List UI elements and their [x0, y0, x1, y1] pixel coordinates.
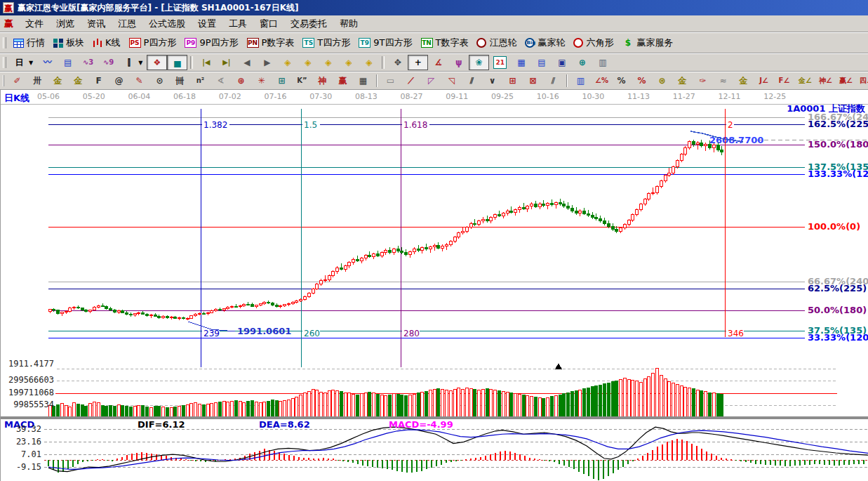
menu-item-7[interactable]: 窗口	[253, 16, 284, 32]
j-angle-icon: J∠	[758, 75, 770, 86]
save-icon[interactable]: ▣	[552, 55, 572, 70]
gann-date-cross-icon[interactable]: ◈	[338, 55, 359, 70]
ruler-grid-icon[interactable]: ▦	[353, 73, 373, 88]
web-grid-icon[interactable]: ⊞	[272, 73, 292, 88]
star-web-icon[interactable]: ✳	[251, 73, 272, 88]
sectors-button[interactable]: 板块	[49, 34, 88, 51]
kline-chart-canvas[interactable]: 166.67%(240)162.5%(225)150.0%(180)137.5%…	[1, 105, 868, 481]
pattern-icon[interactable]: ❖	[147, 55, 167, 70]
f-grid-icon[interactable]: F	[88, 73, 109, 88]
price-scale-icon[interactable]: ▥	[570, 73, 591, 88]
grid-red-icon[interactable]: ⊞	[502, 73, 523, 88]
f-angle-icon[interactable]: F∠	[774, 73, 794, 88]
cycle-circle-icon[interactable]: ⊙	[149, 73, 170, 88]
rising-lines-icon[interactable]: ⫽	[462, 73, 482, 88]
rect-tool-icon[interactable]: ▭	[380, 73, 401, 88]
t-number-table-button[interactable]: TNT数字表	[417, 34, 473, 51]
calendar-icon[interactable]: 21	[489, 54, 511, 71]
gold-line-icon[interactable]: 金	[733, 73, 754, 88]
gold-level-icon[interactable]: 金	[672, 73, 693, 88]
gann-wheel-button[interactable]: 江恩轮	[472, 34, 521, 51]
calculator-icon[interactable]: ▦	[511, 55, 531, 70]
next-bar-icon[interactable]: ▶	[257, 55, 277, 70]
candle-style-combo[interactable]: ⫿▼	[119, 55, 147, 70]
hand-tool-icon[interactable]: ✥	[387, 55, 408, 70]
fan-box-icon[interactable]: ◸	[421, 73, 441, 88]
gann-date-both-icon[interactable]: ◈	[318, 55, 338, 70]
t-square-button[interactable]: TST四方形	[298, 34, 354, 51]
last-bar-icon[interactable]: ▶|	[216, 55, 236, 70]
fan-box2-icon[interactable]: ◹	[441, 73, 462, 88]
menu-item-1[interactable]: 浏览	[50, 16, 81, 32]
wave-overlap-icon[interactable]: ≈	[713, 73, 733, 88]
angle-tool-icon[interactable]: ∡	[428, 55, 448, 70]
grid-red2-icon[interactable]: ⊠	[523, 73, 543, 88]
remote-icon[interactable]: ▥	[592, 55, 613, 70]
gold-grid2-icon[interactable]: 金	[68, 73, 88, 88]
gann-date-all-icon[interactable]: ◈	[359, 55, 379, 70]
spiral-icon[interactable]: @	[109, 73, 129, 88]
p-number-table-button[interactable]: PNP数字表	[243, 34, 299, 51]
menu-item-5[interactable]: 设置	[192, 16, 222, 32]
shen-grid-icon[interactable]: 神	[312, 73, 333, 88]
ying-angle-icon[interactable]: 赢∠	[835, 73, 855, 88]
quote-list-icon[interactable]: ▤	[58, 55, 78, 70]
four-angle-icon[interactable]: 四∠	[855, 73, 868, 88]
period-day-combo[interactable]: 日▼	[9, 55, 37, 70]
prev-bar-icon[interactable]: ◀	[236, 55, 257, 70]
j-angle-icon[interactable]: J∠	[754, 73, 774, 88]
price-scale-icon: ▥	[575, 75, 587, 86]
fan-lines-icon[interactable]: ⟋	[401, 73, 421, 88]
compare-9-icon[interactable]: ∿9	[98, 55, 119, 70]
t9-square-button[interactable]: T99T四方形	[354, 34, 416, 51]
menu-item-6[interactable]: 工具	[222, 16, 253, 32]
ying-grid-icon[interactable]: 赢	[333, 73, 353, 88]
draw-pen-icon[interactable]: ✎	[129, 73, 149, 88]
k-note-icon[interactable]: K”	[292, 73, 312, 88]
winner-service-button[interactable]: $赢家服务	[617, 34, 677, 51]
zigzag-chart-icon[interactable]: 〰	[37, 55, 58, 70]
first-bar-icon[interactable]: |◀	[196, 55, 216, 70]
v-lines-icon[interactable]: ∨	[482, 73, 502, 88]
percent-red-icon[interactable]: %	[632, 73, 652, 88]
ink-brush-icon[interactable]: ✑	[693, 73, 713, 88]
volume-profile-icon[interactable]: ▅	[167, 55, 187, 70]
gold-circle-icon[interactable]: ⊛	[652, 73, 672, 88]
parallel-lines-icon[interactable]: ⫽	[543, 73, 563, 88]
shen-angle-icon[interactable]: 神∠	[815, 73, 835, 88]
percent-line-icon[interactable]: ∠%	[591, 73, 611, 88]
crosshair-tool-icon[interactable]: +	[408, 55, 428, 70]
kline-button[interactable]: K线	[88, 34, 125, 51]
p9-square-button[interactable]: P99P四方形	[180, 34, 242, 51]
comb2-grid-icon[interactable]: 卌	[170, 73, 190, 88]
menu-item-3[interactable]: 江恩	[112, 16, 142, 32]
toolbar-grip[interactable]	[3, 75, 4, 86]
hexagon-button[interactable]: 六角形	[569, 34, 617, 51]
comb-grid-icon[interactable]: 卅	[27, 73, 48, 88]
gann-ratio-label: 1.382	[203, 120, 227, 130]
fan-shape-tool-icon[interactable]: ❀	[469, 55, 489, 70]
notes-icon[interactable]: ▤	[531, 55, 552, 70]
draw-knife-icon[interactable]: ✐	[7, 73, 27, 88]
menu-item-8[interactable]: 交易委托	[284, 16, 333, 32]
toolbar-grip[interactable]	[3, 37, 6, 48]
gold-grid-icon[interactable]: 金	[48, 73, 68, 88]
compare-3-icon[interactable]: ∿3	[78, 55, 98, 70]
p-square-button[interactable]: PSP四方形	[125, 34, 181, 51]
menu-item-2[interactable]: 资讯	[81, 16, 112, 32]
gann-date-right-icon[interactable]: ◈	[298, 55, 318, 70]
menu-item-9[interactable]: 帮助	[333, 16, 364, 32]
gold-angle-icon[interactable]: 金∠	[794, 73, 815, 88]
menu-item-0[interactable]: 文件	[19, 16, 50, 32]
circle-cross-icon[interactable]: ⊕	[231, 73, 251, 88]
mirror-angle-icon[interactable]: ∢	[211, 73, 231, 88]
web-icon[interactable]: ⊕	[572, 55, 592, 70]
winner-wheel-button[interactable]: Big赢家轮	[521, 34, 569, 51]
gann-date-left-icon[interactable]: ◈	[277, 55, 298, 70]
quotes-button[interactable]: 行情	[9, 34, 49, 51]
menu-item-4[interactable]: 公式选股	[142, 16, 192, 32]
n-square-icon[interactable]: n²	[190, 73, 211, 88]
percent-icon[interactable]: %	[611, 73, 632, 88]
toolbar-grip[interactable]	[3, 57, 6, 68]
gann-shape-tool-icon[interactable]: ψ	[448, 55, 469, 70]
